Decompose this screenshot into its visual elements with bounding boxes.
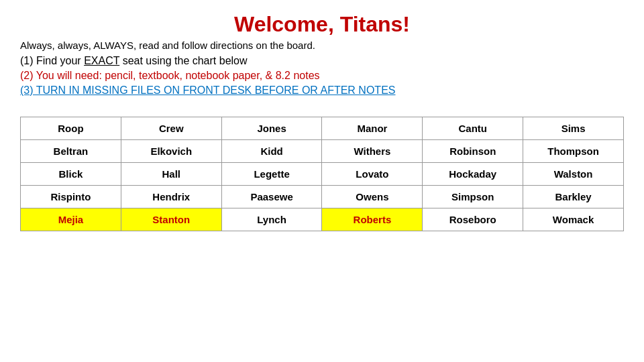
table-cell: Owens (322, 186, 423, 208)
table-row: RoopCrewJonesManorCantuSims (21, 117, 624, 140)
table-cell: Simpson (423, 186, 523, 208)
table-cell: Roseboro (423, 208, 523, 231)
table-cell: Roberts (322, 208, 423, 231)
table-cell: Womack (523, 208, 624, 231)
table-cell: Rispinto (21, 186, 121, 208)
table-cell: Thompson (523, 140, 624, 163)
page-container: Welcome, Titans! Always, always, ALWAYS,… (0, 0, 644, 362)
table-cell: Manor (322, 117, 423, 140)
page-title: Welcome, Titans! (20, 12, 624, 37)
instruction-2: (2) You will need: pencil, textbook, not… (20, 70, 624, 82)
table-cell: Lovato (322, 163, 423, 186)
table-cell: Cantu (423, 117, 523, 140)
table-cell: Jones (221, 117, 322, 140)
table-cell: Roop (21, 117, 121, 140)
table-cell: Lynch (221, 208, 322, 231)
table-cell: Mejia (21, 208, 121, 231)
table-cell: Hall (121, 163, 221, 186)
instruction-1: (1) Find your EXACT seat using the chart… (20, 55, 624, 67)
seating-chart: RoopCrewJonesManorCantuSimsBeltranElkovi… (20, 117, 624, 231)
table-row: BlickHallLegetteLovatoHockadayWalston (21, 163, 624, 186)
table-cell: Paasewe (221, 186, 322, 208)
table-cell: Stanton (121, 208, 221, 231)
table-cell: Hendrix (121, 186, 221, 208)
instruction-1-prefix: (1) Find your (20, 55, 84, 66)
subtitle: Always, always, ALWAYS, read and follow … (20, 40, 624, 51)
table-cell: Legette (221, 163, 322, 186)
table-cell: Robinson (423, 140, 523, 163)
table-cell: Crew (121, 117, 221, 140)
instruction-1-suffix: seat using the chart below (119, 55, 247, 66)
table-cell: Elkovich (121, 140, 221, 163)
table-cell: Withers (322, 140, 423, 163)
table-cell: Hockaday (423, 163, 523, 186)
table-row: MejiaStantonLynchRobertsRoseboroWomack (21, 208, 624, 231)
instruction-3: (3) TURN IN MISSING FILES ON FRONT DESK … (20, 84, 624, 97)
table-cell: Kidd (221, 140, 322, 163)
table-cell: Sims (523, 117, 624, 140)
table-row: BeltranElkovichKiddWithersRobinsonThomps… (21, 140, 624, 163)
table-cell: Walston (523, 163, 624, 186)
table-cell: Beltran (21, 140, 121, 163)
table-row: RispintoHendrixPaaseweOwensSimpsonBarkle… (21, 186, 624, 208)
table-wrapper: RoopCrewJonesManorCantuSimsBeltranElkovi… (20, 117, 624, 231)
table-cell: Barkley (523, 186, 624, 208)
instruction-1-exact: EXACT (84, 55, 119, 66)
table-cell: Blick (21, 163, 121, 186)
